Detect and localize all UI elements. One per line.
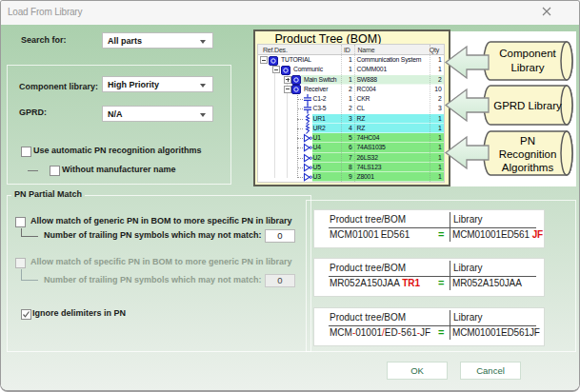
svg-text:PN: PN	[520, 135, 535, 147]
svg-text:Component: Component	[499, 48, 556, 59]
svg-text:Algorithms: Algorithms	[502, 162, 554, 173]
svg-text:GPRD Library: GPRD Library	[493, 100, 562, 111]
svg-text:Recognition: Recognition	[499, 148, 557, 160]
svg-text:Library: Library	[510, 62, 544, 73]
